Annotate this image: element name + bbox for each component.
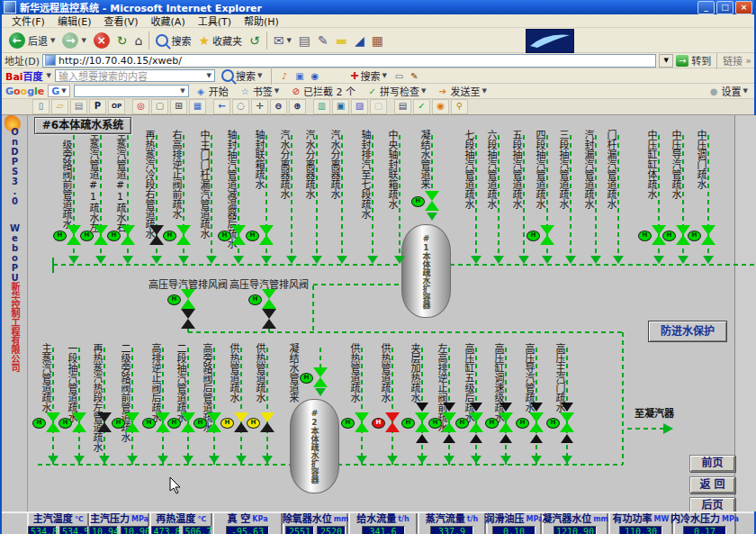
valve-handwheel-icon[interactable]: H <box>163 231 176 241</box>
valve-body-icon[interactable] <box>259 235 274 245</box>
menu-view[interactable]: 查看(V) <box>97 14 144 28</box>
valve-body-icon[interactable] <box>149 235 164 245</box>
valve-body-icon[interactable] <box>442 412 456 422</box>
menu-favorites[interactable]: 收藏(A) <box>145 14 192 28</box>
google-blocked[interactable]: ⊘已拦截 2 个 <box>287 84 358 98</box>
valve-body-icon[interactable] <box>94 225 108 235</box>
valve-body-icon[interactable] <box>469 412 483 422</box>
valve-body-icon[interactable] <box>313 367 328 377</box>
menu-tools[interactable]: 工具(T) <box>192 14 238 28</box>
menu-edit[interactable]: 编辑(E) <box>51 14 98 28</box>
valve-handwheel-icon[interactable]: H <box>341 418 355 429</box>
prev-page-button[interactable]: 前页 <box>689 455 735 472</box>
close-button[interactable]: × <box>735 1 752 14</box>
baidu-logo-dropdown[interactable]: ▼ <box>47 72 51 79</box>
valve-handwheel-icon[interactable]: H <box>401 418 415 429</box>
valve-body-icon[interactable] <box>67 225 81 235</box>
google-g-select[interactable]: G▼ <box>48 85 69 97</box>
baidu-space-icon[interactable]: ◉ <box>309 70 320 82</box>
address-input[interactable]: http://10.70.40.15/xweb/ <box>42 54 656 68</box>
messenger-button[interactable]: ◢ <box>351 32 368 49</box>
record-icon[interactable]: ◉ <box>432 99 449 114</box>
new-doc-icon[interactable]: ▯ <box>32 99 50 114</box>
valve-handwheel-icon[interactable]: H <box>372 418 385 429</box>
valve-handwheel-icon[interactable]: H <box>300 373 313 384</box>
go-icon[interactable]: → <box>676 55 688 67</box>
magnifier-icon[interactable]: ◌ <box>232 99 249 114</box>
google-sendto[interactable]: ➔发送至▼ <box>434 84 489 98</box>
open-folder-icon[interactable]: ▱ <box>51 99 68 114</box>
valve-body-icon[interactable] <box>425 191 439 201</box>
valve-body-icon[interactable] <box>499 412 513 422</box>
valve-body-icon[interactable] <box>181 289 195 299</box>
home-button[interactable]: ⌂ <box>131 32 147 49</box>
valve-handwheel-icon[interactable]: H <box>546 418 560 429</box>
links-label[interactable]: 链接 <box>723 53 742 68</box>
forward-button[interactable]: →▼ <box>58 32 89 50</box>
monitor-icon[interactable]: ▢ <box>151 99 168 114</box>
valve-handwheel-icon[interactable]: H <box>638 231 652 241</box>
valve-handwheel-icon[interactable]: H <box>32 418 46 429</box>
baidu-window-icon[interactable]: ▭ <box>393 70 405 82</box>
p-tool-icon[interactable]: P <box>89 99 106 114</box>
valve-body-icon[interactable] <box>181 299 195 309</box>
valve-body-icon[interactable] <box>181 309 195 319</box>
address-dropdown-button[interactable]: ▼ <box>659 54 673 68</box>
research-button[interactable]: ▦ <box>368 32 387 49</box>
valve-body-icon[interactable] <box>262 319 276 329</box>
valve-handwheel-icon[interactable]: H <box>194 418 207 429</box>
valve-handwheel-icon[interactable]: H <box>107 231 121 241</box>
print-preview-icon[interactable]: ▤ <box>70 99 87 114</box>
valve-body-icon[interactable] <box>121 235 135 245</box>
find-icon[interactable]: ◎ <box>132 99 149 114</box>
valve-body-icon[interactable] <box>529 422 544 432</box>
valve-body-icon[interactable] <box>469 422 483 432</box>
print-button[interactable]: ▤ <box>295 32 314 49</box>
screen-icon[interactable]: ▣ <box>332 99 349 114</box>
google-settings[interactable]: ● 设置▼ <box>706 84 751 98</box>
valve-body-icon[interactable] <box>262 309 276 319</box>
valve-body-icon[interactable] <box>355 422 369 432</box>
valve-body-icon[interactable] <box>701 235 716 245</box>
valve-handwheel-icon[interactable]: H <box>247 418 260 429</box>
valve-body-icon[interactable] <box>415 422 429 432</box>
image-icon[interactable]: ▦ <box>189 99 206 114</box>
valve-body-icon[interactable] <box>149 225 164 235</box>
valve-body-icon[interactable] <box>529 412 544 422</box>
menu-file[interactable]: 文件(F) <box>5 14 51 28</box>
history-button[interactable]: ↺ <box>246 32 264 49</box>
valve-body-icon[interactable] <box>560 412 574 422</box>
valve-handwheel-icon[interactable]: H <box>220 418 234 429</box>
valve-body-icon[interactable] <box>231 225 246 235</box>
valve-handwheel-icon[interactable]: H <box>248 294 262 305</box>
favorites-button[interactable]: ★收藏夹 <box>194 32 246 49</box>
valve-handwheel-icon[interactable]: H <box>167 418 181 429</box>
valve-body-icon[interactable] <box>701 225 716 235</box>
valve-handwheel-icon[interactable]: H <box>112 418 125 429</box>
valve-body-icon[interactable] <box>97 422 112 432</box>
valve-body-icon[interactable] <box>540 225 554 235</box>
valve-handwheel-icon[interactable]: H <box>411 196 425 207</box>
minimize-button[interactable]: _ <box>698 1 715 14</box>
google-search-input[interactable]: ▼ <box>74 85 189 97</box>
baidu-mp3-icon[interactable]: ♪ <box>278 70 290 82</box>
back-arrow-icon[interactable]: ← <box>213 99 230 114</box>
valve-body-icon[interactable] <box>72 422 86 432</box>
baidu-tv-icon[interactable]: ▣ <box>293 70 305 82</box>
valve-body-icon[interactable] <box>260 412 274 422</box>
valve-body-icon[interactable] <box>125 412 140 422</box>
valve-handwheel-icon[interactable]: H <box>662 231 676 241</box>
valve-body-icon[interactable] <box>560 422 574 432</box>
valve-handwheel-icon[interactable]: H <box>485 418 499 429</box>
valve-handwheel-icon[interactable]: H <box>688 231 701 241</box>
back-button[interactable]: ←后退▼ <box>5 32 58 50</box>
maximize-button[interactable]: □ <box>716 1 734 14</box>
refresh-button[interactable]: ↻ <box>113 32 131 49</box>
valve-body-icon[interactable] <box>262 299 276 309</box>
notes-button[interactable]: ▬ <box>332 32 351 49</box>
search-button[interactable]: 搜索 <box>152 32 194 49</box>
valve-body-icon[interactable] <box>415 412 429 422</box>
valve-body-icon[interactable] <box>97 412 112 422</box>
valve-body-icon[interactable] <box>94 235 108 245</box>
blank-icon[interactable]: ▢ <box>370 99 387 114</box>
